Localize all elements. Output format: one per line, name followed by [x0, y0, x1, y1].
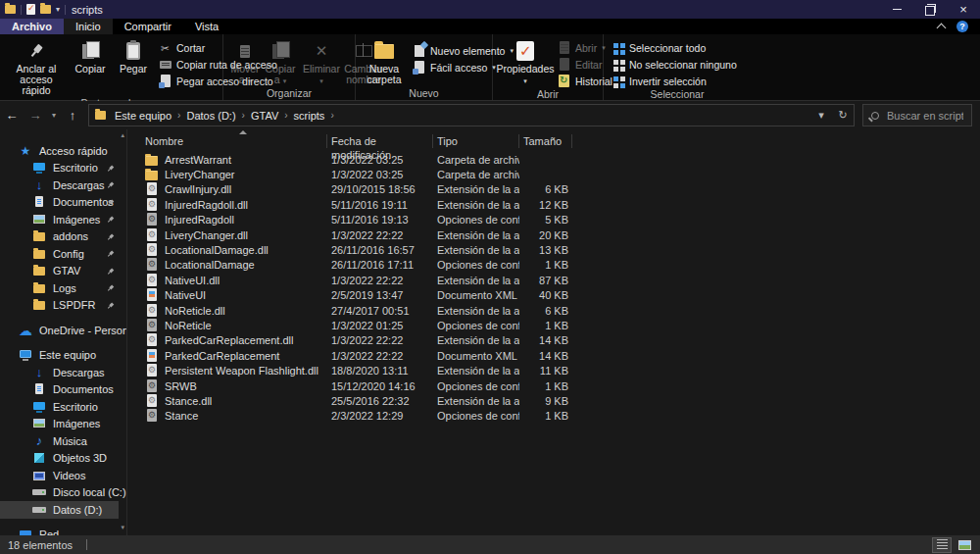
- sidebar-item[interactable]: Red: [0, 527, 126, 536]
- qat-new-folder-icon[interactable]: [40, 5, 51, 14]
- tab-compartir[interactable]: Compartir: [113, 19, 183, 34]
- sidebar-item[interactable]: Datos (D:): [0, 501, 119, 519]
- sidebar-item[interactable]: OneDrive - Personal: [0, 322, 126, 339]
- file-name: ParkedCarReplacement: [165, 350, 279, 362]
- file-row[interactable]: NoReticle.dll 27/4/2017 00:51 Extensión …: [141, 303, 980, 318]
- qat-properties-icon[interactable]: [26, 4, 35, 15]
- delete-button[interactable]: ✕ Eliminar▾: [302, 37, 341, 86]
- thumbnails-view-button[interactable]: [955, 537, 974, 553]
- sidebar-item[interactable]: Videos: [0, 467, 126, 484]
- close-button[interactable]: ×: [947, 0, 980, 19]
- file-row[interactable]: NoReticle 1/3/2022 01:25 Opciones de con…: [141, 318, 980, 332]
- file-date: 15/12/2020 14:16: [327, 380, 433, 392]
- back-button[interactable]: ←: [0, 108, 24, 123]
- file-date: 1/3/2022 01:25: [327, 320, 433, 331]
- help-icon[interactable]: ?: [956, 21, 968, 32]
- file-name: Stance: [165, 410, 198, 422]
- file-row[interactable]: Persistent Weapon Flashlight.dll 18/8/20…: [141, 363, 980, 378]
- file-row[interactable]: LiveryChanger.dll 1/3/2022 22:22 Extensi…: [141, 227, 980, 242]
- file-name: CrawlInjury.dll: [165, 183, 231, 195]
- breadcrumb-separator-icon: ›: [173, 110, 184, 121]
- collapse-ribbon-icon[interactable]: [937, 24, 947, 33]
- breadcrumb-item[interactable]: Este equipo: [113, 110, 173, 122]
- sidebar-item[interactable]: Descargas: [0, 364, 126, 381]
- file-type: Documento XML: [433, 289, 519, 301]
- group-label-seleccionar: Seleccionar: [604, 87, 751, 100]
- sidebar-item[interactable]: Acceso rápido: [0, 142, 126, 160]
- file-row[interactable]: InjuredRagdoll.dll 5/11/2016 19:11 Exten…: [141, 197, 980, 212]
- up-button[interactable]: ↑: [61, 108, 84, 123]
- sidebar-scroll-up-icon[interactable]: ▴: [121, 131, 124, 139]
- search-input[interactable]: [885, 109, 965, 123]
- forward-button[interactable]: →: [24, 108, 47, 123]
- sidebar-item[interactable]: Documentos: [0, 194, 126, 212]
- tab-archivo[interactable]: Archivo: [0, 19, 64, 34]
- sidebar-scroll-down-icon[interactable]: ▾: [121, 524, 124, 531]
- sidebar-item[interactable]: Escritorio: [0, 398, 126, 416]
- sidebar-item[interactable]: Logs: [0, 279, 126, 297]
- refresh-icon[interactable]: ↻: [832, 109, 854, 122]
- recent-locations-icon[interactable]: ▾: [47, 111, 61, 120]
- restore-button[interactable]: [913, 0, 947, 19]
- file-row[interactable]: LiveryChanger 1/3/2022 03:25 Carpeta de …: [141, 167, 980, 181]
- sidebar-item[interactable]: addons: [0, 228, 126, 246]
- sidebar-item-icon: [32, 247, 46, 261]
- breadcrumb-item[interactable]: GTAV: [249, 110, 280, 122]
- select-none-icon: [612, 58, 624, 71]
- file-row[interactable]: ParkedCarReplacement.dll 1/3/2022 22:22 …: [141, 333, 980, 348]
- column-header-nombre[interactable]: Nombre: [141, 134, 327, 148]
- address-dropdown-icon[interactable]: ▾: [810, 109, 832, 122]
- search-box[interactable]: [862, 104, 972, 126]
- file-row[interactable]: Stance 2/3/2022 12:29 Opciones de confi.…: [141, 409, 980, 424]
- tab-inicio[interactable]: Inicio: [64, 19, 113, 34]
- sidebar-item[interactable]: Imágenes: [0, 416, 126, 433]
- file-type-icon: [145, 333, 159, 347]
- file-row[interactable]: SRWB 15/12/2020 14:16 Opciones de confi.…: [141, 378, 980, 393]
- file-row[interactable]: ParkedCarReplacement 1/3/2022 22:22 Docu…: [141, 348, 980, 363]
- details-view-button[interactable]: [932, 537, 952, 553]
- copy-to-button[interactable]: Copiar a ▾: [263, 37, 298, 86]
- sidebar-item-icon: [32, 469, 46, 482]
- file-row[interactable]: CrawlInjury.dll 29/10/2015 18:56 Extensi…: [141, 182, 980, 197]
- move-to-button[interactable]: Mover a ▾: [227, 37, 263, 86]
- sidebar-item[interactable]: GTAV: [0, 263, 126, 280]
- column-header-tamano[interactable]: Tamaño: [519, 134, 572, 148]
- sidebar-item[interactable]: Config: [0, 245, 126, 263]
- tab-vista[interactable]: Vista: [183, 19, 230, 34]
- sidebar-item[interactable]: Música: [0, 432, 126, 450]
- file-row[interactable]: LocationalDamage 26/11/2016 17:11 Opcion…: [141, 258, 980, 273]
- file-row[interactable]: InjuredRagdoll 5/11/2016 19:13 Opciones …: [141, 213, 980, 227]
- invert-selection-button[interactable]: Invertir selección: [612, 75, 737, 87]
- sidebar-item[interactable]: Descargas: [0, 176, 126, 194]
- sidebar-item[interactable]: Documentos: [0, 381, 126, 399]
- column-header-tipo[interactable]: Tipo: [433, 134, 519, 148]
- file-row[interactable]: LocationalDamage.dll 26/11/2016 16:57 Ex…: [141, 242, 980, 257]
- paste-button[interactable]: Pegar: [112, 37, 155, 76]
- select-none-button[interactable]: No seleccionar ninguno: [612, 58, 737, 71]
- sidebar-item[interactable]: Objetos 3D: [0, 450, 126, 468]
- minimize-button[interactable]: [880, 0, 913, 19]
- file-type: Opciones de confi...: [433, 214, 519, 226]
- column-header-fecha[interactable]: Fecha de modificación: [327, 134, 433, 148]
- file-row[interactable]: NativeUI 2/5/2019 13:47 Documento XML 40…: [141, 288, 980, 303]
- file-row[interactable]: Stance.dll 25/5/2016 22:32 Extensión de …: [141, 393, 980, 408]
- file-size: 40 KB: [519, 289, 572, 301]
- sidebar-item[interactable]: Disco local (C:): [0, 484, 126, 502]
- sidebar-item[interactable]: Imágenes: [0, 211, 126, 228]
- pin-to-quick-access-button[interactable]: Anclar al acceso rápido: [4, 37, 69, 97]
- sidebar-item[interactable]: LSPDFR: [0, 297, 126, 315]
- file-row[interactable]: ArrestWarrant 1/3/2022 03:25 Carpeta de …: [141, 152, 980, 167]
- file-type: Opciones de confi...: [433, 320, 519, 331]
- file-row[interactable]: NativeUI.dll 1/3/2022 22:22 Extensión de…: [141, 273, 980, 287]
- breadcrumb-item[interactable]: scripts: [292, 110, 327, 122]
- new-folder-button[interactable]: Nueva carpeta: [360, 37, 409, 86]
- sidebar-item[interactable]: Escritorio: [0, 160, 126, 177]
- properties-button[interactable]: Propiedades▾: [497, 37, 554, 86]
- select-all-button[interactable]: Seleccionar todo: [612, 41, 737, 54]
- copy-button[interactable]: Copiar: [69, 37, 112, 76]
- sidebar-item[interactable]: Este equipo: [0, 347, 126, 365]
- breadcrumb-item[interactable]: Datos (D:): [184, 110, 237, 122]
- address-bar[interactable]: Este equipo› Datos (D:)› GTAV› scripts› …: [88, 104, 855, 126]
- qat-customize-icon[interactable]: ▾: [56, 5, 60, 14]
- file-type: Extensión de la ap...: [433, 199, 519, 211]
